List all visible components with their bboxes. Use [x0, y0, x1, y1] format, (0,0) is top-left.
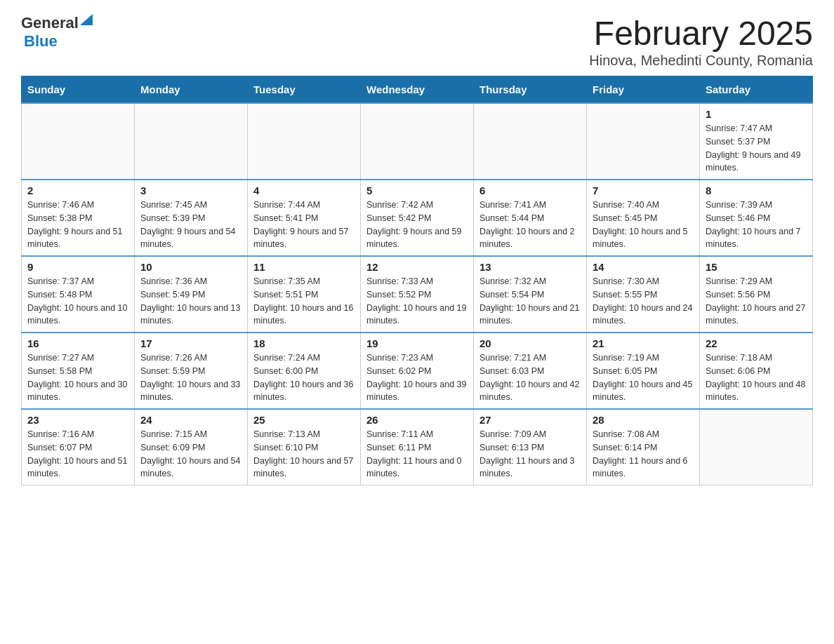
day-number: 21: [593, 337, 694, 349]
calendar-cell: 9Sunrise: 7:37 AM Sunset: 5:48 PM Daylig…: [22, 256, 135, 333]
day-info: Sunrise: 7:36 AM Sunset: 5:49 PM Dayligh…: [140, 275, 241, 328]
calendar-cell: 20Sunrise: 7:21 AM Sunset: 6:03 PM Dayli…: [474, 333, 587, 409]
day-number: 16: [27, 337, 128, 349]
day-number: 20: [479, 337, 581, 349]
day-number: 23: [27, 414, 128, 426]
day-number: 9: [27, 261, 128, 273]
page-subtitle: Hinova, Mehedinti County, Romania: [589, 53, 813, 69]
day-info: Sunrise: 7:46 AM Sunset: 5:38 PM Dayligh…: [27, 199, 128, 251]
calendar-week-row: 23Sunrise: 7:16 AM Sunset: 6:07 PM Dayli…: [22, 409, 813, 485]
calendar-cell: 23Sunrise: 7:16 AM Sunset: 6:07 PM Dayli…: [22, 409, 135, 485]
day-number: 2: [27, 185, 128, 196]
calendar-cell: 25Sunrise: 7:13 AM Sunset: 6:10 PM Dayli…: [248, 409, 361, 485]
day-number: 26: [366, 414, 468, 426]
calendar-cell: 1Sunrise: 7:47 AM Sunset: 5:37 PM Daylig…: [700, 103, 813, 180]
day-number: 10: [140, 261, 241, 273]
calendar-cell: 28Sunrise: 7:08 AM Sunset: 6:14 PM Dayli…: [587, 409, 700, 485]
calendar-week-row: 9Sunrise: 7:37 AM Sunset: 5:48 PM Daylig…: [22, 256, 813, 333]
calendar-cell: 16Sunrise: 7:27 AM Sunset: 5:58 PM Dayli…: [22, 333, 135, 409]
day-info: Sunrise: 7:41 AM Sunset: 5:44 PM Dayligh…: [479, 199, 581, 251]
day-number: 5: [366, 185, 468, 196]
day-info: Sunrise: 7:24 AM Sunset: 6:00 PM Dayligh…: [253, 351, 355, 404]
day-info: Sunrise: 7:42 AM Sunset: 5:42 PM Dayligh…: [366, 199, 468, 251]
calendar-cell: 27Sunrise: 7:09 AM Sunset: 6:13 PM Dayli…: [474, 409, 587, 485]
calendar-week-row: 16Sunrise: 7:27 AM Sunset: 5:58 PM Dayli…: [22, 333, 813, 409]
day-info: Sunrise: 7:18 AM Sunset: 6:06 PM Dayligh…: [706, 351, 807, 404]
calendar-day-header: Sunday: [22, 76, 135, 104]
calendar-cell: 2Sunrise: 7:46 AM Sunset: 5:38 PM Daylig…: [22, 180, 135, 256]
calendar-cell: 12Sunrise: 7:33 AM Sunset: 5:52 PM Dayli…: [361, 256, 474, 333]
day-number: 22: [706, 337, 807, 349]
day-number: 19: [366, 337, 468, 349]
day-number: 24: [140, 414, 241, 426]
day-info: Sunrise: 7:11 AM Sunset: 6:11 PM Dayligh…: [366, 428, 468, 481]
calendar-cell: 5Sunrise: 7:42 AM Sunset: 5:42 PM Daylig…: [361, 180, 474, 256]
calendar-day-header: Friday: [587, 76, 700, 104]
calendar-cell: 17Sunrise: 7:26 AM Sunset: 5:59 PM Dayli…: [135, 333, 248, 409]
calendar-day-header: Thursday: [474, 76, 587, 104]
calendar-header-row: SundayMondayTuesdayWednesdayThursdayFrid…: [22, 76, 813, 104]
day-info: Sunrise: 7:16 AM Sunset: 6:07 PM Dayligh…: [27, 428, 128, 481]
day-number: 17: [140, 337, 241, 349]
calendar-cell: [135, 103, 248, 180]
logo: General Blue: [21, 14, 95, 51]
calendar-cell: 24Sunrise: 7:15 AM Sunset: 6:09 PM Dayli…: [135, 409, 248, 485]
day-number: 6: [479, 185, 581, 196]
calendar-day-header: Wednesday: [361, 76, 474, 104]
day-number: 25: [253, 414, 355, 426]
calendar-cell: 4Sunrise: 7:44 AM Sunset: 5:41 PM Daylig…: [248, 180, 361, 256]
calendar-cell: 11Sunrise: 7:35 AM Sunset: 5:51 PM Dayli…: [248, 256, 361, 333]
day-number: 11: [253, 261, 355, 273]
calendar-cell: 18Sunrise: 7:24 AM Sunset: 6:00 PM Dayli…: [248, 333, 361, 409]
svg-marker-0: [80, 14, 93, 25]
day-info: Sunrise: 7:40 AM Sunset: 5:45 PM Dayligh…: [593, 199, 694, 251]
page-header: General Blue February 2025 Hinova, Mehed…: [21, 14, 813, 69]
day-info: Sunrise: 7:33 AM Sunset: 5:52 PM Dayligh…: [366, 275, 468, 328]
calendar-day-header: Monday: [135, 76, 248, 104]
day-info: Sunrise: 7:32 AM Sunset: 5:54 PM Dayligh…: [479, 275, 581, 328]
calendar-cell: 22Sunrise: 7:18 AM Sunset: 6:06 PM Dayli…: [700, 333, 813, 409]
day-info: Sunrise: 7:09 AM Sunset: 6:13 PM Dayligh…: [479, 428, 581, 481]
calendar-cell: 6Sunrise: 7:41 AM Sunset: 5:44 PM Daylig…: [474, 180, 587, 256]
calendar-cell: [248, 103, 361, 180]
day-number: 12: [366, 261, 468, 273]
day-info: Sunrise: 7:45 AM Sunset: 5:39 PM Dayligh…: [140, 199, 241, 251]
calendar-day-header: Tuesday: [248, 76, 361, 104]
day-info: Sunrise: 7:26 AM Sunset: 5:59 PM Dayligh…: [140, 351, 241, 404]
day-number: 14: [593, 261, 694, 273]
day-info: Sunrise: 7:13 AM Sunset: 6:10 PM Dayligh…: [253, 428, 355, 481]
calendar-cell: 21Sunrise: 7:19 AM Sunset: 6:05 PM Dayli…: [587, 333, 700, 409]
calendar-cell: 10Sunrise: 7:36 AM Sunset: 5:49 PM Dayli…: [135, 256, 248, 333]
calendar-cell: [361, 103, 474, 180]
calendar-cell: 14Sunrise: 7:30 AM Sunset: 5:55 PM Dayli…: [587, 256, 700, 333]
calendar-cell: 8Sunrise: 7:39 AM Sunset: 5:46 PM Daylig…: [700, 180, 813, 256]
logo-text-blue: Blue: [24, 32, 58, 50]
day-number: 8: [706, 185, 807, 196]
calendar-week-row: 1Sunrise: 7:47 AM Sunset: 5:37 PM Daylig…: [22, 103, 813, 180]
day-info: Sunrise: 7:23 AM Sunset: 6:02 PM Dayligh…: [366, 351, 468, 404]
calendar-cell: [474, 103, 587, 180]
day-info: Sunrise: 7:44 AM Sunset: 5:41 PM Dayligh…: [253, 199, 355, 251]
logo-text-general: General: [21, 14, 79, 32]
calendar-cell: [587, 103, 700, 180]
day-number: 15: [706, 261, 807, 273]
title-block: February 2025 Hinova, Mehedinti County, …: [589, 14, 813, 69]
day-info: Sunrise: 7:47 AM Sunset: 5:37 PM Dayligh…: [706, 122, 807, 175]
day-info: Sunrise: 7:08 AM Sunset: 6:14 PM Dayligh…: [593, 428, 694, 481]
day-info: Sunrise: 7:27 AM Sunset: 5:58 PM Dayligh…: [27, 351, 128, 404]
day-info: Sunrise: 7:29 AM Sunset: 5:56 PM Dayligh…: [706, 275, 807, 328]
page-title: February 2025: [589, 14, 813, 53]
calendar-cell: [22, 103, 135, 180]
day-number: 18: [253, 337, 355, 349]
day-info: Sunrise: 7:15 AM Sunset: 6:09 PM Dayligh…: [140, 428, 241, 481]
day-number: 7: [593, 185, 694, 196]
day-info: Sunrise: 7:39 AM Sunset: 5:46 PM Dayligh…: [706, 199, 807, 251]
day-number: 1: [706, 108, 807, 120]
calendar-day-header: Saturday: [700, 76, 813, 104]
day-number: 4: [253, 185, 355, 196]
calendar-cell: 19Sunrise: 7:23 AM Sunset: 6:02 PM Dayli…: [361, 333, 474, 409]
calendar-cell: 26Sunrise: 7:11 AM Sunset: 6:11 PM Dayli…: [361, 409, 474, 485]
calendar-cell: [700, 409, 813, 485]
day-info: Sunrise: 7:19 AM Sunset: 6:05 PM Dayligh…: [593, 351, 694, 404]
day-info: Sunrise: 7:35 AM Sunset: 5:51 PM Dayligh…: [253, 275, 355, 328]
